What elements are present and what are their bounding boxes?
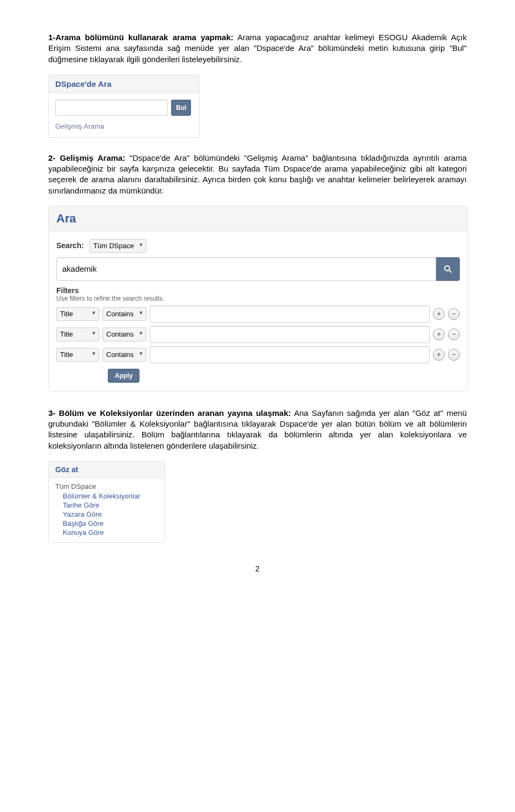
dspace-search-input[interactable] bbox=[55, 100, 168, 116]
browse-link-author[interactable]: Yazara Göre bbox=[55, 510, 158, 519]
filter-field-select[interactable]: Title bbox=[56, 348, 99, 362]
scope-select[interactable]: Tüm DSpace bbox=[90, 239, 146, 253]
plus-icon: + bbox=[437, 330, 441, 339]
dspace-search-panel: DSpace'de Ara Bul Gelişmiş Arama bbox=[48, 75, 200, 138]
query-row bbox=[56, 257, 460, 281]
add-filter-button[interactable]: + bbox=[433, 329, 445, 340]
browse-link-date[interactable]: Tarihe Göre bbox=[55, 501, 158, 510]
search-label: Search: bbox=[56, 241, 84, 250]
filter-field-wrap: Title bbox=[56, 348, 99, 362]
filter-field-wrap: Title bbox=[56, 327, 99, 341]
ara-heading: Ara bbox=[49, 206, 467, 232]
dspace-search-title: DSpace'de Ara bbox=[49, 75, 199, 93]
remove-filter-button[interactable]: − bbox=[448, 329, 460, 340]
svg-line-1 bbox=[449, 270, 451, 272]
search-icon bbox=[444, 265, 452, 273]
scope-row: Search: Tüm DSpace bbox=[56, 239, 460, 253]
remove-filter-button[interactable]: − bbox=[448, 349, 460, 361]
filter-op-select[interactable]: Contains bbox=[102, 307, 146, 321]
add-filter-button[interactable]: + bbox=[433, 308, 445, 320]
ara-body: Search: Tüm DSpace Filters Use filters t… bbox=[49, 232, 467, 391]
paragraph-2: 2- Gelişmiş Arama: "Dspace'de Ara" bölüm… bbox=[48, 153, 467, 196]
minus-icon: − bbox=[452, 350, 456, 359]
filter-row: Title Contains + − bbox=[56, 326, 460, 343]
filter-field-select[interactable]: Title bbox=[56, 327, 99, 341]
browse-group-label: Tüm DSpace bbox=[55, 482, 158, 490]
dspace-search-body: Bul Gelişmiş Arama bbox=[49, 93, 199, 137]
filter-text-input[interactable] bbox=[150, 306, 430, 323]
minus-icon: − bbox=[452, 330, 456, 339]
filter-text-input[interactable] bbox=[150, 326, 430, 343]
query-input[interactable] bbox=[56, 257, 436, 281]
paragraph-1: 1-Arama bölümünü kullanarak arama yapmak… bbox=[48, 32, 467, 65]
para3-lead: 3- Bölüm ve Koleksiyonlar üzerinden aran… bbox=[48, 408, 291, 418]
filter-op-select[interactable]: Contains bbox=[102, 348, 146, 362]
plus-icon: + bbox=[437, 350, 441, 359]
filter-op-wrap: Contains bbox=[102, 327, 146, 341]
filter-op-wrap: Contains bbox=[102, 348, 146, 362]
para2-lead: 2- Gelişmiş Arama: bbox=[48, 153, 125, 162]
filters-title: Filters bbox=[56, 286, 460, 295]
advanced-search-link[interactable]: Gelişmiş Arama bbox=[55, 122, 104, 130]
browse-panel: Göz at Tüm DSpace Bölümler & Koleksiyonl… bbox=[48, 461, 165, 543]
remove-filter-button[interactable]: − bbox=[448, 308, 460, 320]
page-number: 2 bbox=[48, 564, 467, 573]
ara-panel: Ara Search: Tüm DSpace Filters Use filte… bbox=[48, 206, 468, 392]
filter-op-wrap: Contains bbox=[102, 307, 146, 321]
search-button[interactable] bbox=[436, 257, 460, 281]
filter-row: Title Contains + − bbox=[56, 346, 460, 363]
filters-subtitle: Use filters to refine the search results… bbox=[56, 295, 460, 302]
filter-op-select[interactable]: Contains bbox=[102, 327, 146, 341]
filter-text-input[interactable] bbox=[150, 346, 430, 363]
apply-button[interactable]: Apply bbox=[108, 369, 139, 383]
filter-field-wrap: Title bbox=[56, 307, 99, 321]
paragraph-3: 3- Bölüm ve Koleksiyonlar üzerinden aran… bbox=[48, 408, 467, 451]
browse-link-subject[interactable]: Konuya Göre bbox=[55, 528, 158, 537]
minus-icon: − bbox=[452, 309, 456, 318]
scope-select-wrap: Tüm DSpace bbox=[90, 239, 146, 253]
browse-heading: Göz at bbox=[49, 461, 165, 478]
dspace-search-button[interactable]: Bul bbox=[171, 100, 191, 116]
filter-field-select[interactable]: Title bbox=[56, 307, 99, 321]
para1-lead: 1-Arama bölümünü kullanarak arama yapmak… bbox=[48, 33, 233, 42]
browse-link-title[interactable]: Başlığa Göre bbox=[55, 519, 158, 528]
browse-body: Tüm DSpace Bölümler & Koleksiyonlar Tari… bbox=[49, 478, 165, 542]
filter-row: Title Contains + − bbox=[56, 306, 460, 323]
plus-icon: + bbox=[437, 309, 441, 318]
dspace-search-row: Bul bbox=[55, 100, 193, 116]
add-filter-button[interactable]: + bbox=[433, 349, 445, 361]
browse-link-communities[interactable]: Bölümler & Koleksiyonlar bbox=[55, 491, 158, 501]
